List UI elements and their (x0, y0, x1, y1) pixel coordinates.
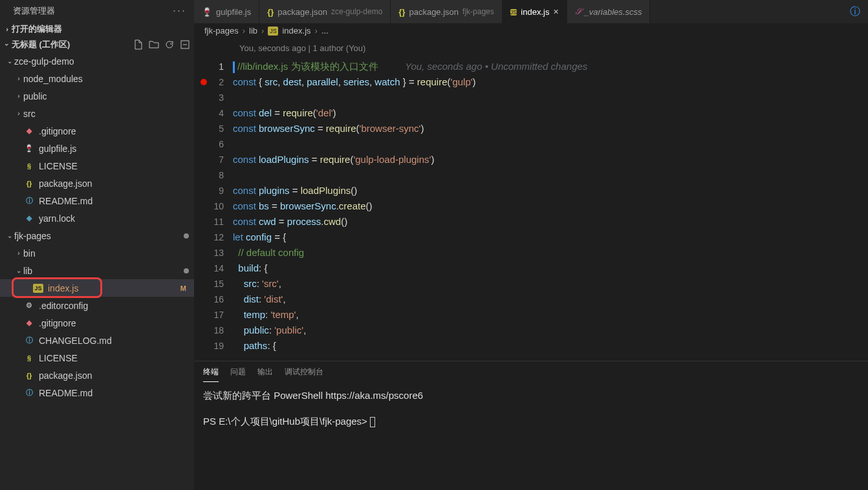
code-line[interactable]: 3 (198, 90, 868, 105)
collapse-icon[interactable] (180, 39, 190, 50)
breakpoint-gutter[interactable] (198, 323, 210, 338)
file-item[interactable]: ⓘREADME.md (0, 384, 194, 401)
code-line[interactable]: 17 temp: 'temp', (198, 307, 868, 323)
breakpoint-gutter[interactable] (198, 307, 210, 323)
code-line[interactable]: 5const browserSync = require('browser-sy… (198, 121, 868, 136)
file-item[interactable]: {}package.json (0, 175, 194, 192)
more-icon[interactable]: ··· (173, 4, 186, 17)
code-line[interactable]: 9const plugins = loadPlugins() (198, 183, 868, 198)
panel-tab[interactable]: 调试控制台 (285, 367, 323, 382)
breakpoint-gutter[interactable] (198, 90, 210, 105)
code-line[interactable]: 8 (198, 167, 868, 183)
breakpoint-gutter[interactable] (198, 276, 210, 292)
breakpoint-gutter[interactable] (198, 292, 210, 307)
file-item[interactable]: 🍷gulpfile.js (0, 140, 194, 157)
file-item[interactable]: §LICENSE (0, 157, 194, 175)
folder-item[interactable]: ⌄fjk-pages (0, 227, 194, 244)
code-line[interactable]: 6 (198, 136, 868, 152)
breakpoint-gutter[interactable] (198, 245, 210, 261)
md-icon: ⓘ (23, 387, 35, 399)
terminal-line: 尝试新的跨平台 PowerShell https://aka.ms/pscore… (203, 389, 859, 403)
file-item[interactable]: ⚙.editorconfig (0, 297, 194, 314)
editor-tab[interactable]: 𝒮_variables.scss (567, 0, 651, 23)
file-item[interactable]: ◆yarn.lock (0, 209, 194, 227)
code-line[interactable]: 11const cwd = process.cwd() (198, 214, 868, 229)
breakpoint-gutter[interactable] (198, 198, 210, 214)
breakpoint-icon[interactable] (201, 79, 207, 85)
info-icon[interactable]: ⓘ (842, 0, 868, 23)
code-editor[interactable]: You, seconds ago | 1 author (You) 1//lib… (194, 38, 868, 361)
panel-tab[interactable]: 终端 (203, 367, 219, 382)
breakpoint-gutter[interactable] (198, 74, 210, 90)
folder-item[interactable]: ⌄zce-gulp-demo (0, 52, 194, 70)
chevron-right-icon: › (14, 110, 23, 117)
breakpoint-gutter[interactable] (198, 261, 210, 276)
chevron-right-icon: › (315, 26, 318, 36)
folder-item[interactable]: ›src (0, 105, 194, 122)
chevron-right-icon: › (14, 250, 23, 257)
close-icon[interactable]: × (553, 6, 558, 17)
file-tree: ⌄zce-gulp-demo›node_modules›public›src◆.… (0, 52, 194, 401)
code-line[interactable]: 15 src: 'src', (198, 276, 868, 292)
breakpoint-gutter[interactable] (198, 229, 210, 245)
code-line[interactable]: 10const bs = browserSync.create() (198, 198, 868, 214)
breadcrumb-more[interactable]: ... (321, 26, 329, 36)
new-file-icon[interactable] (133, 39, 144, 50)
git-codelens[interactable]: You, seconds ago | 1 author (You) (198, 41, 868, 56)
breakpoint-gutter[interactable] (198, 167, 210, 183)
folder-item[interactable]: ⌄lib (0, 262, 194, 279)
code-line[interactable]: 1//lib/index.js 为该模块的入口文件 You, seconds a… (198, 59, 868, 74)
code-line[interactable]: 12let config = { (198, 229, 868, 245)
code-line[interactable]: 13 // default config (198, 245, 868, 261)
line-number: 1 (210, 59, 233, 74)
new-folder-icon[interactable] (149, 39, 159, 50)
breakpoint-gutter[interactable] (198, 214, 210, 229)
code-line[interactable]: 14 build: { (198, 261, 868, 276)
file-item[interactable]: JSindex.jsM (0, 279, 194, 297)
json-icon: {} (267, 7, 274, 17)
folder-label: zce-gulp-demo (14, 56, 189, 67)
file-item[interactable]: {}package.json (0, 367, 194, 384)
breakpoint-gutter[interactable] (198, 152, 210, 167)
breadcrumb-part[interactable]: lib (249, 26, 257, 36)
code-line[interactable]: 19 paths: { (198, 338, 868, 354)
terminal[interactable]: 尝试新的跨平台 PowerShell https://aka.ms/pscore… (194, 382, 868, 490)
breadcrumb-part[interactable]: fjk-pages (204, 26, 239, 36)
json-icon: {} (23, 178, 35, 189)
breadcrumb[interactable]: fjk-pages › lib › JS index.js › ... (194, 23, 868, 38)
file-item[interactable]: ◆.gitignore (0, 122, 194, 140)
breakpoint-gutter[interactable] (198, 183, 210, 198)
workspace-section[interactable]: › 无标题 (工作区) (0, 37, 194, 52)
folder-label: public (23, 91, 189, 101)
chevron-down-icon: ⌄ (14, 267, 23, 274)
folder-item[interactable]: ›node_modules (0, 70, 194, 87)
breakpoint-gutter[interactable] (198, 136, 210, 152)
breadcrumb-file[interactable]: index.js (282, 26, 310, 36)
refresh-icon[interactable] (164, 39, 175, 50)
breakpoint-gutter[interactable] (198, 105, 210, 121)
folder-item[interactable]: ›bin (0, 244, 194, 262)
gulp-icon: 🍷 (23, 143, 35, 154)
breakpoint-gutter[interactable] (198, 121, 210, 136)
code-line[interactable]: 18 public: 'public', (198, 323, 868, 338)
file-item[interactable]: ⓘCHANGELOG.md (0, 332, 194, 349)
folder-label: src (23, 109, 189, 119)
panel-tab[interactable]: 问题 (230, 367, 246, 382)
code-line[interactable]: 2const { src, dest, parallel, series, wa… (198, 74, 868, 90)
editor-tab[interactable]: {}package.jsonzce-gulp-demo (259, 0, 391, 23)
editor-tab[interactable]: {}package.jsonfjk-pages (391, 0, 502, 23)
editor-tab[interactable]: 🍷gulpfile.js (194, 0, 259, 23)
file-item[interactable]: ⓘREADME.md (0, 192, 194, 209)
editor-tab[interactable]: JSindex.js× (503, 0, 567, 23)
file-item[interactable]: §LICENSE (0, 349, 194, 367)
breakpoint-gutter[interactable] (198, 338, 210, 354)
open-editors-section[interactable]: › 打开的编辑器 (0, 21, 194, 37)
code-line[interactable]: 7const loadPlugins = require('gulp-load-… (198, 152, 868, 167)
folder-item[interactable]: ›public (0, 87, 194, 105)
js-icon: JS (268, 27, 278, 36)
code-line[interactable]: 4const del = require('del') (198, 105, 868, 121)
file-item[interactable]: ◆.gitignore (0, 314, 194, 332)
panel-tab[interactable]: 输出 (257, 367, 273, 382)
code-line[interactable]: 16 dist: 'dist', (198, 292, 868, 307)
breakpoint-gutter[interactable] (198, 59, 210, 74)
